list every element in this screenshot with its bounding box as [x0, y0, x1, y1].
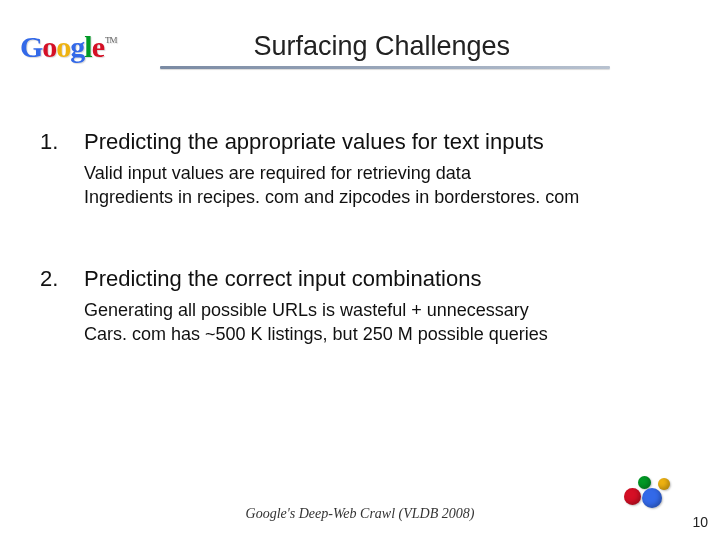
- item-body: Valid input values are required for retr…: [40, 161, 680, 210]
- item-line: Valid input values are required for retr…: [84, 161, 680, 185]
- item-heading-row: 2.Predicting the correct input combinati…: [40, 266, 680, 292]
- slide-footer: Google's Deep-Web Crawl (VLDB 2008): [0, 506, 720, 522]
- item-number: 2.: [40, 266, 84, 292]
- item-heading: Predicting the correct input combination…: [84, 266, 481, 292]
- ball-icon: [642, 488, 662, 508]
- item-line: Generating all possible URLs is wasteful…: [84, 298, 680, 322]
- item-number: 1.: [40, 129, 84, 155]
- logo-letter: o: [56, 30, 70, 64]
- google-balls-icon: [624, 468, 674, 518]
- item-line: Cars. com has ~500 K listings, but 250 M…: [84, 322, 680, 346]
- ball-icon: [638, 476, 651, 489]
- logo-letter: l: [84, 30, 91, 64]
- slide-title: Surfacing Challenges: [253, 31, 510, 64]
- logo-letter: e: [92, 30, 104, 64]
- logo-tm: TM: [105, 35, 117, 45]
- slide-header: GoogleTM Surfacing Challenges: [0, 0, 720, 64]
- item-line: Ingredients in recipes. com and zipcodes…: [84, 185, 680, 209]
- list-item: 2.Predicting the correct input combinati…: [40, 266, 680, 347]
- item-heading-row: 1.Predicting the appropriate values for …: [40, 129, 680, 155]
- item-heading: Predicting the appropriate values for te…: [84, 129, 544, 155]
- page-number: 10: [692, 514, 708, 530]
- google-logo: GoogleTM: [20, 30, 116, 64]
- title-container: Surfacing Challenges: [124, 31, 640, 64]
- list-item: 1.Predicting the appropriate values for …: [40, 129, 680, 210]
- logo-letter: g: [70, 30, 84, 64]
- logo-letter: o: [42, 30, 56, 64]
- item-body: Generating all possible URLs is wasteful…: [40, 298, 680, 347]
- ball-icon: [658, 478, 670, 490]
- logo-letter: G: [20, 30, 42, 64]
- slide-content: 1.Predicting the appropriate values for …: [0, 69, 720, 346]
- ball-icon: [624, 488, 641, 505]
